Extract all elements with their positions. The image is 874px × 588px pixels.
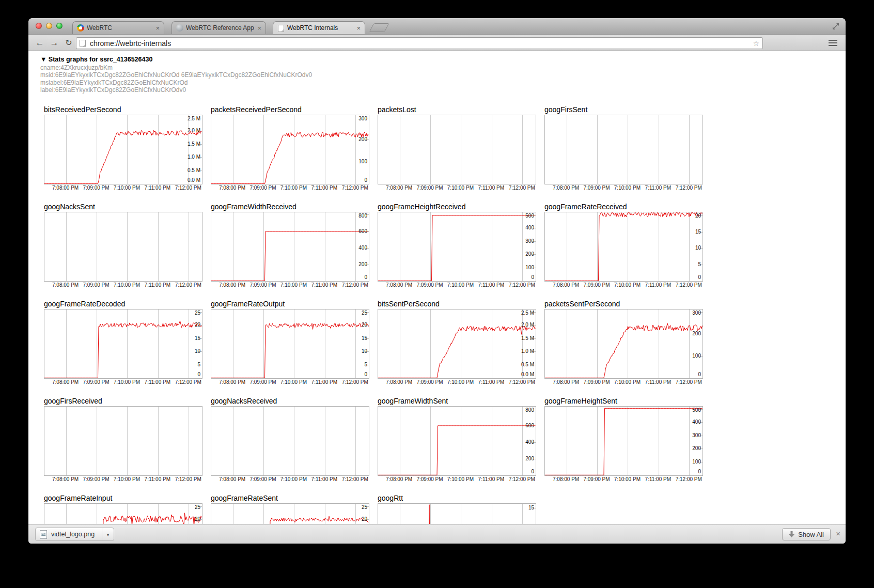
chart-title: googFirsSent [544, 106, 703, 115]
y-axis-label: 0 [531, 469, 534, 475]
x-axis-label: 7:10:00 PM [114, 476, 140, 482]
close-window-button[interactable] [36, 23, 42, 29]
chart-line [378, 212, 536, 281]
y-axis-label: 1.5 M [188, 141, 200, 147]
back-icon[interactable]: ← [34, 37, 46, 49]
minimize-window-button[interactable] [46, 23, 52, 29]
menu-icon[interactable] [829, 40, 837, 46]
y-axis-label: 200 [525, 251, 534, 257]
close-tab-icon[interactable]: × [155, 25, 160, 32]
y-axis-label: 15 [528, 505, 534, 511]
x-axis-label: 7:09:00 PM [249, 476, 276, 482]
chart-plot: 151050 [378, 503, 536, 524]
y-axis-label: 400 [525, 225, 534, 231]
chart-plot: 5004003002001000 [378, 212, 536, 282]
x-axis-label: 7:11:00 PM [478, 185, 504, 191]
x-axis-label: 7:12:00 PM [509, 282, 535, 288]
y-axis-label: 20 [195, 322, 200, 328]
x-axis-label: 7:11:00 PM [145, 282, 170, 288]
chart-plot: 2520151050 [44, 309, 202, 379]
chart-line [44, 310, 202, 378]
collapse-triangle-icon[interactable]: ▼ [40, 56, 46, 63]
new-tab-button[interactable] [369, 23, 389, 32]
chart-line [44, 115, 202, 184]
chart-googFrameRateOutput: googFrameRateOutput25201510507:08:00 PM7… [211, 300, 369, 385]
x-axis-label: 7:08:00 PM [219, 476, 245, 482]
y-axis-label: 20 [362, 516, 367, 522]
x-axis-label: 7:12:00 PM [175, 185, 201, 191]
y-axis-label: 20 [695, 213, 701, 219]
chart-googFirsSent: googFirsSent7:08:00 PM7:09:00 PM7:10:00 … [544, 106, 703, 191]
zoom-window-button[interactable] [56, 23, 63, 29]
chart-plot: 2520151050 [211, 309, 369, 379]
y-axis-label: 100 [525, 265, 534, 271]
x-axis-label: 7:10:00 PM [280, 282, 307, 288]
tab-webrtc-reference-app[interactable]: WebRTC Reference App × [171, 21, 266, 34]
reload-icon[interactable]: ↻ [63, 37, 75, 49]
y-axis-label: 0.0 M [521, 372, 534, 378]
x-axis-label: 7:08:00 PM [386, 185, 412, 191]
chart-plot: 2.5 M2.0 M1.5 M1.0 M0.5 M0.0 M [378, 309, 536, 379]
y-axis-label: 1.0 M [521, 348, 534, 354]
show-all-label: Show All [798, 531, 824, 538]
x-axis-label: 7:10:00 PM [614, 476, 641, 482]
download-item[interactable]: vidtel_logo.png ▾ [35, 528, 114, 541]
chart-line [545, 310, 703, 378]
x-axis-label: 7:11:00 PM [478, 379, 504, 385]
chart-googFirsReceived: googFirsReceived7:08:00 PM7:09:00 PM7:10… [44, 397, 202, 483]
page-icon [80, 40, 86, 47]
screen-background: WebRTC × WebRTC Reference App × WebRTC I… [0, 0, 874, 588]
close-tab-icon[interactable]: × [356, 25, 361, 32]
x-axis-label: 7:12:00 PM [676, 185, 702, 191]
x-axis-label: 7:09:00 PM [249, 185, 276, 191]
x-axis-label: 7:08:00 PM [52, 379, 79, 385]
y-axis-label: 600 [358, 228, 367, 235]
chart-plot [544, 115, 703, 184]
x-axis-label: 7:08:00 PM [219, 185, 245, 191]
tab-webrtc[interactable]: WebRTC × [72, 21, 164, 34]
chart-plot [378, 115, 536, 184]
tab-webrtc-internals[interactable]: WebRTC Internals × [273, 21, 365, 34]
chart-title: googFrameHeightSent [544, 397, 703, 406]
chart-line [211, 115, 369, 184]
y-axis-label: 400 [525, 439, 534, 445]
tab-label: WebRTC Reference App [186, 24, 254, 32]
forward-icon[interactable]: → [48, 37, 60, 49]
y-axis-label: 200 [358, 261, 367, 268]
show-all-button[interactable]: Show All [782, 528, 831, 540]
stream-metadata: cname:4ZXkrucxjuzp/bKm msid:6E9laEYkyxlk… [40, 64, 846, 94]
x-axis-label: 7:10:00 PM [614, 282, 641, 288]
y-axis-label: 400 [358, 245, 367, 251]
x-axis-label: 7:12:00 PM [342, 282, 368, 288]
bookmark-star-icon[interactable]: ☆ [753, 39, 759, 48]
charts-grid: bitsReceivedPerSecond2.5 M2.0 M1.5 M1.0 … [44, 106, 846, 524]
close-downloads-bar-icon[interactable]: × [836, 529, 840, 538]
address-bar[interactable]: chrome://webrtc-internals ☆ [76, 37, 763, 49]
downloads-bar: vidtel_logo.png ▾ Show All × [28, 524, 846, 544]
x-axis-label: 7:11:00 PM [645, 282, 671, 288]
close-tab-icon[interactable]: × [257, 25, 261, 32]
x-axis-label: 7:10:00 PM [280, 185, 307, 191]
chart-googFrameWidthSent: googFrameWidthSent80060040020007:08:00 P… [378, 397, 536, 483]
chart-line [378, 310, 536, 378]
chart-plot [44, 212, 202, 282]
x-axis-label: 7:12:00 PM [676, 476, 702, 482]
chart-title: googFrameRateInput [44, 494, 202, 503]
x-axis-label: 7:10:00 PM [447, 282, 474, 288]
y-axis-label: 0.5 M [521, 362, 534, 368]
x-axis-label: 7:09:00 PM [583, 476, 610, 482]
stats-header[interactable]: ▼ Stats graphs for ssrc_4136526430 [40, 56, 846, 63]
y-axis-label: 800 [525, 407, 534, 413]
y-axis-label: 200 [525, 456, 534, 462]
download-dropdown-icon[interactable]: ▾ [102, 528, 114, 540]
chart-plot: 20151050 [544, 212, 703, 282]
fullscreen-icon[interactable] [832, 23, 839, 30]
x-axis-label: 7:09:00 PM [416, 476, 443, 482]
x-axis-label: 7:08:00 PM [553, 282, 579, 288]
y-axis-label: 300 [358, 116, 367, 122]
y-axis-label: 0 [364, 274, 367, 281]
x-axis-label: 7:09:00 PM [416, 185, 443, 191]
y-axis-label: 2.5 M [521, 310, 534, 316]
chart-googFrameRateDecoded: googFrameRateDecoded25201510507:08:00 PM… [44, 300, 202, 385]
chart-googNacksReceived: googNacksReceived7:08:00 PM7:09:00 PM7:1… [211, 397, 369, 483]
